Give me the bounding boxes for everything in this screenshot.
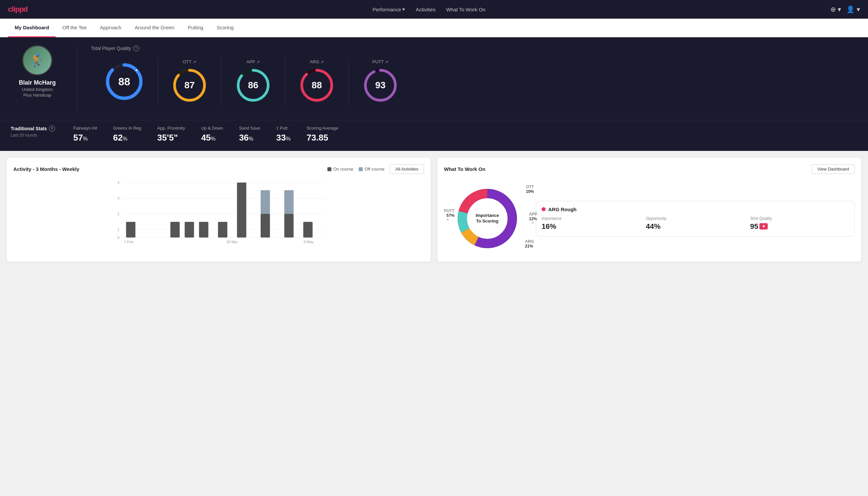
activity-chart-panel: Activity - 3 Months - Weekly On course O… bbox=[7, 158, 431, 262]
ott-ring: 87 bbox=[171, 67, 208, 104]
svg-rect-22 bbox=[171, 222, 180, 237]
nav-performance[interactable]: Performance ▾ bbox=[373, 6, 405, 12]
chart-legend: On course Off course bbox=[327, 167, 385, 172]
nav-activities[interactable]: Activities bbox=[416, 7, 435, 12]
stat-1-putt: 1 Putt 33% bbox=[276, 126, 290, 143]
trad-stats-subtitle: Last 20 rounds bbox=[11, 133, 57, 138]
view-dashboard-button[interactable]: View Dashboard bbox=[812, 164, 855, 174]
svg-rect-26 bbox=[237, 183, 247, 237]
player-country: United Kingdom bbox=[22, 87, 53, 92]
legend-off-course: Off course bbox=[359, 167, 385, 172]
svg-rect-21 bbox=[126, 222, 136, 237]
metric-opportunity: Opportunity 44% bbox=[646, 216, 745, 231]
tab-around-the-green[interactable]: Around the Green bbox=[128, 19, 181, 37]
svg-rect-25 bbox=[218, 222, 227, 237]
scores-section: Total Player Quality ? 88 bbox=[91, 45, 857, 106]
ott-label: OTT ↗ bbox=[183, 59, 196, 64]
what-panel-header: What To Work On View Dashboard bbox=[444, 164, 855, 174]
svg-text:7 Feb: 7 Feb bbox=[124, 240, 133, 244]
info-metrics: Importance 16% Opportunity 44% Shot Qual… bbox=[541, 216, 849, 231]
ott-value: 87 bbox=[184, 80, 194, 91]
svg-rect-28 bbox=[261, 190, 270, 214]
player-handicap: Plus Handicap bbox=[23, 93, 51, 98]
app-label: APP ↗ bbox=[247, 59, 260, 64]
total-ring: 88 bbox=[104, 62, 144, 102]
metric-importance: Importance 16% bbox=[541, 216, 641, 231]
svg-text:28 Mar: 28 Mar bbox=[226, 240, 238, 244]
svg-rect-23 bbox=[185, 222, 194, 237]
activity-chart-title: Activity - 3 Months - Weekly bbox=[13, 166, 79, 172]
hero-section: 🏌️ Blair McHarg United Kingdom Plus Hand… bbox=[0, 37, 868, 120]
nav-what-to-work-on[interactable]: What To Work On bbox=[446, 7, 485, 12]
ott-arrow: ↗ bbox=[193, 60, 196, 64]
ott-score-card: OTT ↗ 87 bbox=[158, 57, 221, 106]
player-info: 🏌️ Blair McHarg United Kingdom Plus Hand… bbox=[11, 45, 64, 98]
traditional-stats: Traditional Stats ? Last 20 rounds Fairw… bbox=[0, 120, 868, 151]
svg-rect-31 bbox=[303, 222, 313, 237]
app-value: 86 bbox=[248, 80, 258, 91]
bottom-panels: Activity - 3 Months - Weekly On course O… bbox=[0, 151, 868, 268]
putt-arrow: ↗ bbox=[385, 60, 388, 64]
svg-text:0: 0 bbox=[117, 235, 119, 239]
info-card: ARG Rough Importance 16% Opportunity 44%… bbox=[536, 201, 855, 236]
stat-sand-save: Sand Save 36% bbox=[239, 126, 261, 143]
svg-text:1: 1 bbox=[117, 228, 119, 232]
tab-off-the-tee[interactable]: Off the Tee bbox=[56, 19, 93, 37]
nav-right: ⊕ ▾ 👤 ▾ bbox=[830, 5, 860, 13]
divider bbox=[77, 45, 78, 112]
legend-dot-on bbox=[327, 167, 331, 171]
total-quality-label: Total Player Quality ? bbox=[91, 45, 857, 51]
tab-putting[interactable]: Putting bbox=[181, 19, 210, 37]
activity-chart-header: Activity - 3 Months - Weekly On course O… bbox=[13, 164, 424, 174]
help-icon[interactable]: ? bbox=[133, 45, 139, 51]
putt-donut-label: PUTT 57% bbox=[444, 208, 454, 220]
all-activities-button[interactable]: All Activities bbox=[390, 164, 424, 174]
svg-rect-30 bbox=[284, 190, 294, 214]
top-nav: clippd Performance ▾ Activities What To … bbox=[0, 0, 868, 19]
svg-text:Importance: Importance bbox=[476, 213, 499, 218]
add-button[interactable]: ⊕ ▾ bbox=[830, 5, 841, 13]
what-panel-title: What To Work On bbox=[444, 166, 485, 172]
putt-score-card: PUTT ↗ 93 bbox=[349, 57, 412, 106]
stat-fairways-hit: Fairways Hit 57% bbox=[73, 126, 97, 143]
arg-arrow: ↗ bbox=[320, 60, 324, 64]
ott-donut-label: OTT 10% bbox=[526, 185, 534, 194]
score-cards: 88 OTT ↗ 87 bbox=[91, 57, 857, 106]
tab-my-dashboard[interactable]: My Dashboard bbox=[8, 19, 56, 37]
arg-donut-label: ARG 21% bbox=[525, 239, 534, 248]
info-card-dot bbox=[541, 207, 546, 211]
what-to-work-on-panel: What To Work On View Dashboard bbox=[437, 158, 861, 262]
avatar: 🏌️ bbox=[22, 45, 52, 75]
app-score-card: APP ↗ 86 bbox=[221, 57, 285, 106]
total-score-card: 88 bbox=[91, 59, 158, 104]
arg-ring: 88 bbox=[298, 67, 335, 104]
bar-chart: 4 3 2 1 0 bbox=[13, 179, 424, 246]
legend-dot-off bbox=[359, 167, 363, 171]
svg-text:4: 4 bbox=[117, 181, 119, 185]
total-ring-value: 88 bbox=[118, 75, 130, 88]
stat-greens-in-reg: Greens In Reg 62% bbox=[113, 126, 142, 143]
donut-svg: Importance To Scoring bbox=[451, 182, 524, 255]
trad-help-icon[interactable]: ? bbox=[49, 126, 55, 131]
app-logo[interactable]: clippd bbox=[8, 5, 28, 14]
putt-ring: 93 bbox=[362, 67, 399, 104]
metric-shot-quality: Shot Quality 95 ▼ bbox=[750, 216, 849, 231]
legend-on-course: On course bbox=[327, 167, 353, 172]
svg-text:To Scoring: To Scoring bbox=[476, 218, 499, 223]
tab-scoring[interactable]: Scoring bbox=[210, 19, 240, 37]
arg-label: ARG ↗ bbox=[310, 59, 324, 64]
stat-up-and-down: Up & Down 45% bbox=[201, 126, 223, 143]
svg-rect-29 bbox=[284, 214, 294, 237]
svg-text:2: 2 bbox=[117, 212, 119, 216]
tabs-bar: My Dashboard Off the Tee Approach Around… bbox=[0, 19, 868, 37]
trad-stats-title: Traditional Stats ? bbox=[11, 126, 57, 131]
svg-text:9 May: 9 May bbox=[304, 240, 314, 244]
stat-items: Fairways Hit 57% Greens In Reg 62% App. … bbox=[73, 126, 857, 143]
player-name: Blair McHarg bbox=[19, 79, 56, 86]
info-card-title: ARG Rough bbox=[541, 206, 849, 212]
trad-stats-label: Traditional Stats ? Last 20 rounds bbox=[11, 126, 57, 138]
bar-chart-svg: 4 3 2 1 0 bbox=[13, 179, 424, 246]
tab-approach[interactable]: Approach bbox=[93, 19, 128, 37]
svg-text:3: 3 bbox=[117, 196, 119, 200]
user-menu[interactable]: 👤 ▾ bbox=[846, 5, 860, 13]
